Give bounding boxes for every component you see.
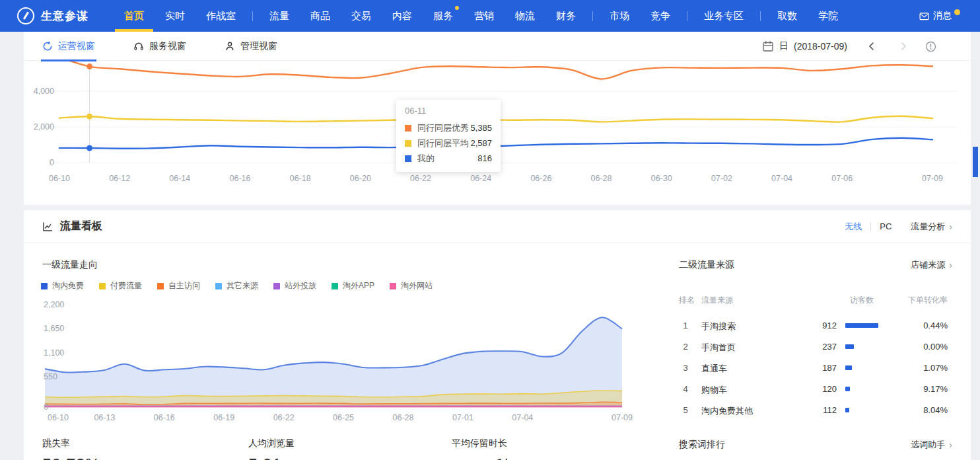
headset-icon xyxy=(133,41,144,52)
legend-item-5[interactable]: 淘外APP xyxy=(332,280,374,291)
legend-item-1[interactable]: 付费流量 xyxy=(99,280,142,291)
nav-item-7[interactable]: 内容 xyxy=(382,0,423,32)
traffic-trend-area-chart[interactable]: 05501,1001,6502,20006-1006-1306-1606-190… xyxy=(42,297,653,424)
page: 生意参谋 首页实时作战室流量商品交易内容服务营销物流财务市场竞争业务专区取数学院… xyxy=(0,0,980,460)
series-swatch xyxy=(405,155,411,162)
source-rank: 3 xyxy=(680,363,691,373)
stat-label: 平均停留时长 xyxy=(452,438,512,449)
source-row-3[interactable]: 3直通车1871.07% xyxy=(679,357,948,378)
nav-item-5[interactable]: 商品 xyxy=(300,0,341,32)
svg-text:07-04: 07-04 xyxy=(512,413,533,422)
date-controls: 日 (2018-07-09) xyxy=(762,32,936,61)
channel-tab-wireless[interactable]: 无线 xyxy=(845,221,862,233)
legend-item-0[interactable]: 淘内免费 xyxy=(41,280,84,291)
legend-label: 淘内免费 xyxy=(52,280,84,291)
chart-tooltip: 06-11 同行同层优秀5,385同行同层平均2,587我的816 xyxy=(396,100,501,172)
view-tab-0[interactable]: 运营视窗 xyxy=(42,32,95,61)
nav-item-14[interactable]: 竞争 xyxy=(640,0,681,32)
nav-item-11[interactable]: 财务 xyxy=(545,0,586,32)
legend-item-3[interactable]: 其它来源 xyxy=(215,280,258,291)
scrollbar-track[interactable] xyxy=(973,61,978,460)
date-granularity: 日 xyxy=(779,40,788,52)
source-rank: 2 xyxy=(680,342,691,352)
svg-text:06-16: 06-16 xyxy=(154,413,175,422)
nav-divider xyxy=(252,11,253,21)
source-row-1[interactable]: 1手淘搜索9120.44% xyxy=(679,315,948,336)
legend-swatch xyxy=(390,283,396,289)
nav-item-10[interactable]: 物流 xyxy=(505,0,545,32)
legend-swatch xyxy=(273,283,280,289)
prev-date-button[interactable] xyxy=(867,42,876,51)
svg-text:06-14: 06-14 xyxy=(169,174,190,183)
source-row-4[interactable]: 4购物车1209.17% xyxy=(679,378,948,399)
nav-item-label: 服务 xyxy=(433,10,453,21)
nav-divider xyxy=(592,11,593,21)
nav-item-9[interactable]: 营销 xyxy=(464,0,505,32)
info-button[interactable] xyxy=(925,41,936,52)
scrollbar-thumb[interactable] xyxy=(973,147,978,177)
nav-item-label: 内容 xyxy=(392,10,412,21)
view-tab-2[interactable]: 管理视窗 xyxy=(225,32,277,61)
svg-text:06-10: 06-10 xyxy=(49,174,70,183)
legend-swatch xyxy=(41,283,48,289)
svg-text:2,000: 2,000 xyxy=(34,122,54,132)
nav-item-label: 首页 xyxy=(124,10,144,21)
stat-value: 59.72% xyxy=(42,455,100,460)
legend-label: 站外投放 xyxy=(285,280,316,291)
brand[interactable]: 生意参谋 xyxy=(0,7,88,24)
nav-item-16[interactable]: 业务专区 xyxy=(693,0,754,32)
svg-text:4,000: 4,000 xyxy=(34,87,54,96)
chevron-right-icon: › xyxy=(949,440,952,449)
nav-item-0[interactable]: 首页 xyxy=(114,0,155,32)
trend-legend: 淘内免费付费流量自主访问其它来源站外投放淘外APP淘外网站 xyxy=(41,280,433,291)
main-menu: 首页实时作战室流量商品交易内容服务营销物流财务市场竞争业务专区取数学院 xyxy=(114,0,849,32)
legend-item-6[interactable]: 淘外网站 xyxy=(390,280,433,291)
view-tab-1[interactable]: 服务视窗 xyxy=(133,32,186,61)
shop-sources-link-inner[interactable]: 店铺来源 › xyxy=(911,259,952,271)
nav-item-8[interactable]: 服务 xyxy=(423,0,464,32)
svg-text:06-25: 06-25 xyxy=(333,413,354,422)
series-swatch xyxy=(405,125,411,132)
date-picker[interactable]: 日 (2018-07-09) xyxy=(762,40,847,52)
nav-item-1[interactable]: 实时 xyxy=(155,0,195,32)
traffic-board-header: 流量看板 无线 PC 流量分析 › xyxy=(24,210,971,243)
nav-item-6[interactable]: 交易 xyxy=(341,0,382,32)
messages-button[interactable]: 消息 xyxy=(919,10,980,22)
legend-item-4[interactable]: 站外投放 xyxy=(273,280,316,291)
nav-item-13[interactable]: 市场 xyxy=(599,0,640,32)
source-row-2[interactable]: 2手淘首页2370.00% xyxy=(679,336,948,357)
traffic-analysis-link[interactable]: 流量分析 › xyxy=(911,221,952,233)
legend-label: 淘外网站 xyxy=(401,280,433,291)
channel-tab-pc[interactable]: PC xyxy=(880,221,892,231)
svg-text:07-04: 07-04 xyxy=(771,174,792,183)
svg-text:06-12: 06-12 xyxy=(109,174,130,183)
word-helper-link-inner[interactable]: 选词助手 › xyxy=(911,439,952,451)
legend-item-2[interactable]: 自主访问 xyxy=(157,280,200,291)
nav-item-label: 竞争 xyxy=(650,10,670,21)
nav-item-19[interactable]: 学院 xyxy=(808,0,849,32)
brand-name: 生意参谋 xyxy=(41,9,88,24)
chevron-left-icon xyxy=(867,42,876,51)
source-row-5[interactable]: 5淘内免费其他1128.04% xyxy=(679,399,948,420)
nav-item-label: 实时 xyxy=(165,10,185,21)
nav-item-18[interactable]: 取数 xyxy=(767,0,808,32)
source-rank: 4 xyxy=(680,384,691,394)
svg-text:2,200: 2,200 xyxy=(44,300,64,309)
svg-text:06-28: 06-28 xyxy=(392,413,413,422)
nav-item-2[interactable]: 作战室 xyxy=(195,0,246,32)
stat-label: 跳失率 xyxy=(42,438,100,449)
stat-pages-per-visit: 人均浏览量 5.01 xyxy=(248,438,295,460)
next-date-button[interactable] xyxy=(899,42,908,51)
svg-text:06-26: 06-26 xyxy=(530,174,551,183)
traffic-board-controls: 无线 PC 流量分析 › xyxy=(845,221,952,233)
nav-divider xyxy=(687,11,687,21)
nav-item-4[interactable]: 流量 xyxy=(259,0,300,32)
nav-item-label: 财务 xyxy=(556,10,576,21)
col-rank: 排名 xyxy=(679,295,695,306)
nav-item-label: 流量 xyxy=(269,10,289,21)
view-tab-label: 服务视窗 xyxy=(149,40,186,52)
legend-label: 自主访问 xyxy=(168,280,200,291)
legend-label: 淘外APP xyxy=(343,280,374,291)
legend-label: 其它来源 xyxy=(227,280,258,291)
source-rank: 1 xyxy=(680,321,691,330)
